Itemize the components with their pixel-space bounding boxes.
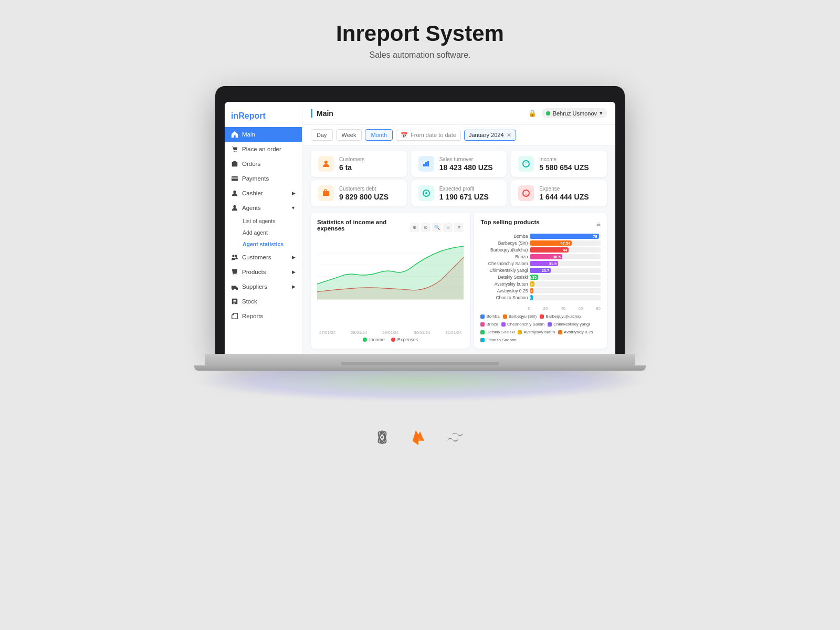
legend-dot-4 (501, 322, 506, 327)
bar-track-3: 36.5 (530, 254, 601, 259)
chart-ctrl-2[interactable]: ⊙ (421, 223, 430, 232)
axis-40: 40 (561, 306, 565, 311)
svg-point-14 (324, 161, 328, 164)
legend-item-6: Detskiy Sosiski (480, 330, 514, 334)
sidebar-item-stock[interactable]: Stock (225, 294, 302, 309)
axis-20: 20 (543, 306, 548, 311)
sidebar-add-agent[interactable]: Add agent (225, 227, 302, 238)
topbar-title: Main (311, 109, 333, 118)
svg-point-11 (232, 289, 234, 290)
bar-val-4: 31.9 (549, 261, 556, 266)
page-subtitle: Sales automation software. (370, 50, 471, 60)
date-selected[interactable]: January 2024 ✕ (464, 130, 516, 141)
metric-customers-info: Customers 6 ta (339, 156, 364, 172)
metric-profit-icon (418, 185, 434, 201)
bar-track-1: 47.54 (530, 240, 601, 246)
bar-chart-card: Top selling products ≡ Bomba 78 Barbeqyu… (474, 213, 607, 349)
bar-row-2: Barbequyu(kulcha) 44 (480, 247, 601, 253)
sidebar-suppliers-label: Suppliers (242, 284, 267, 290)
date-range-input[interactable]: 📅 From date to date (396, 130, 461, 141)
bar-row-9: Chorizo Saqban 3.3 (480, 295, 601, 300)
laptop-feet (194, 365, 646, 371)
sidebar-item-place-order[interactable]: Place an order (225, 142, 302, 156)
metric-sales-icon (418, 156, 434, 172)
legend-label-6: Detskiy Sosiski (486, 330, 514, 334)
line-chart-legend: Income Expenses (317, 337, 464, 342)
chart-ctrl-3[interactable]: 🔍 (432, 223, 442, 232)
line-chart-card: Statistics of income and expenses ⊕ ⊙ 🔍 … (311, 213, 470, 349)
bar-val-6: 9.35 (530, 275, 537, 280)
sidebar-customers-label: Customers (242, 254, 271, 260)
user-name: Behruz Usmonov (553, 110, 597, 117)
filter-week[interactable]: Week (336, 129, 362, 141)
bar-fill-1: 47.54 (530, 240, 572, 246)
bar-label-2: Barbequyu(kulcha) (480, 247, 528, 253)
metric-sales-label: Sales turnover (439, 156, 493, 162)
metric-income-icon (518, 156, 534, 172)
axis-80: 80 (596, 306, 601, 311)
bar-track-9: 3.3 (530, 295, 601, 300)
bar-val-3: 36.5 (553, 255, 561, 259)
sidebar-main-label: Main (242, 131, 255, 138)
bar-row-7: Avstriyskiy butun 4.9 (480, 281, 601, 287)
bar-label-7: Avstriyskiy butun (480, 281, 528, 287)
expense-legend-dot (391, 338, 395, 342)
date-placeholder: From date to date (411, 132, 456, 138)
bar-val-1: 47.54 (561, 241, 571, 246)
bar-menu-icon[interactable]: ≡ (596, 220, 601, 228)
tailwind-icon (447, 429, 466, 449)
x-label-5: 31/01/24 (445, 330, 461, 335)
legend-item-3: Brinza (480, 322, 498, 327)
sidebar-list-agents[interactable]: List of agents (225, 215, 302, 227)
svg-point-18 (523, 190, 529, 196)
chart-ctrl-4[interactable]: ⌂ (443, 223, 453, 232)
filter-month[interactable]: Month (365, 129, 393, 141)
legend-label-0: Bomba (486, 314, 499, 319)
sidebar-item-payments[interactable]: Payments (225, 171, 302, 186)
legend-label-4: Chesnonchiy Salom (507, 322, 544, 327)
sidebar-item-suppliers[interactable]: Suppliers ▶ (225, 279, 302, 294)
box-icon (231, 160, 238, 167)
bar-val-2: 44 (563, 248, 567, 253)
sidebar-item-products[interactable]: Products ▶ (225, 265, 302, 279)
app-container: inReport Main Place an order Orders (225, 102, 615, 354)
charts-row: Statistics of income and expenses ⊕ ⊙ 🔍 … (302, 209, 615, 354)
legend-item-5: Chimkentskiy yangi (548, 322, 590, 327)
sidebar-agent-stats[interactable]: Agent statistics (225, 238, 302, 250)
legend-dot-8 (558, 330, 562, 334)
sidebar-item-customers[interactable]: Customers ▶ (225, 250, 302, 265)
metric-expense-label: Expense (539, 186, 589, 192)
metric-income: Income 5 580 654 UZS (511, 151, 607, 177)
legend-label-1: Barbeqyu (Siri) (509, 314, 537, 319)
agents-chevron: ▼ (291, 205, 296, 211)
x-axis-labels: 27/01/24 28/01/24 29/01/24 30/01/24 31/0… (317, 330, 464, 335)
sidebar-logo: inReport (225, 107, 302, 127)
income-legend-dot (363, 338, 367, 342)
topbar: Main 🔒 Behruz Usmonov ▾ (302, 102, 615, 125)
clear-date-icon[interactable]: ✕ (507, 132, 511, 139)
sidebar-reports-label: Reports (242, 313, 263, 319)
legend-dot-7 (518, 330, 522, 334)
chart-ctrl-5[interactable]: ≡ (454, 223, 464, 232)
sidebar-item-orders[interactable]: Orders (225, 156, 302, 171)
income-legend: Income (363, 337, 385, 342)
filter-day[interactable]: Day (311, 129, 333, 141)
metric-income-value: 5 580 654 UZS (539, 163, 589, 172)
user-badge[interactable]: Behruz Usmonov ▾ (542, 108, 607, 118)
chart-ctrl-1[interactable]: ⊕ (410, 223, 419, 232)
bar-track-5: 23.7 (530, 268, 601, 273)
sidebar-item-agents[interactable]: Agents ▼ (225, 201, 302, 215)
metrics-row-1: Customers 6 ta Sales turnover 18 423 (302, 145, 615, 180)
sidebar-item-main[interactable]: Main (225, 127, 302, 142)
bar-fill-0: 78 (530, 234, 598, 239)
laptop-screen-inner: inReport Main Place an order Orders (225, 102, 615, 354)
bar-track-6: 9.35 (530, 275, 601, 280)
metric-profit-value: 1 190 671 UZS (439, 193, 489, 201)
metric-debt-label: Customers debt (339, 186, 388, 192)
bar-fill-9: 3.3 (530, 295, 533, 300)
metric-income-info: Income 5 580 654 UZS (539, 156, 589, 172)
sidebar-item-cashier[interactable]: Cashier ▶ (225, 186, 302, 201)
bar-val-7: 4.9 (530, 282, 532, 287)
sidebar-agents-label: Agents (242, 205, 261, 211)
sidebar-item-reports[interactable]: Reports (225, 309, 302, 323)
